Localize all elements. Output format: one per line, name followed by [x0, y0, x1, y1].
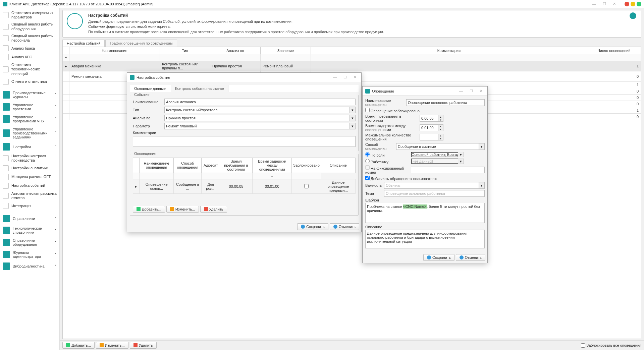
plus-icon [137, 207, 141, 211]
minimize-icon[interactable]: — [331, 74, 339, 80]
item-icon [3, 203, 9, 209]
param-combo[interactable] [164, 123, 350, 129]
tab-schedule[interactable]: График оповещения по сотрудникам [105, 40, 177, 47]
add-notif-button[interactable]: Добавить... [133, 206, 165, 213]
item-icon [3, 155, 9, 161]
chevron-down-icon[interactable]: ▾ [479, 143, 485, 150]
title-bar: Клиент АИС Диспетчер (Версия: 2.4.117.10… [0, 0, 644, 8]
worker-radio[interactable]: Работнику [365, 159, 409, 164]
x-icon [133, 343, 138, 347]
maximize-icon[interactable]: ☐ [468, 88, 475, 94]
status-dot-red [625, 2, 629, 6]
group-icon [3, 227, 10, 234]
analysis-combo[interactable] [164, 115, 350, 121]
sidebar-item[interactable]: Статистика измеряемых параметров [0, 9, 59, 21]
event-settings-dialog: Настройка события —☐✕ Основные данные Ко… [127, 72, 362, 232]
role-combo[interactable] [411, 152, 458, 157]
chevron-down-icon: ˅ [55, 105, 57, 109]
block-all-checkbox[interactable]: Заблокировать все оповещения [581, 343, 642, 348]
sidebar-item[interactable]: Настройки контроля производства [0, 153, 59, 164]
close-icon[interactable]: ✕ [352, 74, 359, 80]
sidebar-item[interactable]: Настройка событий [0, 181, 59, 190]
appeal-checkbox[interactable]: Добавлять обращение к пользователю [365, 176, 437, 181]
max-spinner[interactable]: ▴▾ [420, 134, 443, 140]
importance-combo [384, 182, 479, 189]
sidebar-item[interactable]: Интеграция [0, 201, 59, 210]
method-combo[interactable] [396, 143, 479, 150]
sidebar-item[interactable]: Анализ КПЭ [0, 53, 59, 61]
sidebar-item[interactable]: Сводный анализ работы оборудования [0, 21, 59, 32]
page-header: Настройка событий Данный раздел предназн… [62, 10, 641, 38]
edit-button[interactable]: Изменить... [96, 342, 128, 349]
maximize-icon[interactable]: ☐ [341, 74, 349, 80]
add-button[interactable]: Добавить... [62, 342, 95, 349]
save-button[interactable]: Сохранить [297, 223, 328, 230]
chevron-down-icon[interactable]: ▾ [350, 123, 356, 129]
role-radio[interactable]: По роли [365, 152, 409, 157]
duration-spinner[interactable]: ▴▾ [420, 115, 443, 122]
notifications-grid[interactable]: Наименование оповещенияСпособ оповещения… [133, 158, 356, 194]
minimize-icon[interactable]: — [590, 1, 599, 7]
sidebar-group[interactable]: Управление простоями˅ [0, 101, 59, 113]
report-icon [3, 79, 9, 85]
tab-control[interactable]: Контроль события на станке [171, 85, 228, 92]
tab-events[interactable]: Настройка событий [62, 40, 105, 47]
chevron-up-icon: ˄ [55, 144, 57, 149]
sidebar-item[interactable]: Автоматическая рассылка отчетов [0, 190, 59, 201]
sidebar-group[interactable]: Управление программами ЧПУ˅ [0, 113, 59, 125]
chevron-down-icon[interactable]: ▾ [458, 152, 464, 157]
delete-notif-button[interactable]: Удалить [200, 206, 227, 213]
sidebar-group[interactable]: Вибродиагностика˅ [0, 260, 59, 272]
chevron-down-icon: ˅ [55, 252, 57, 257]
app-icon [3, 2, 7, 6]
cancel-button[interactable]: Отменить [330, 223, 359, 230]
table-row[interactable]: ▸Оповещение основ...Сообщение в ...Для р… [133, 179, 356, 194]
cancel-button[interactable]: Отменить [456, 254, 485, 261]
chevron-down-icon[interactable]: ▾ [350, 115, 356, 121]
sidebar-group[interactable]: Справочники оборудования˅ [0, 236, 59, 248]
sidebar-group[interactable]: Журналы администратора˅ [0, 248, 59, 260]
page-title: Настройка событий [88, 13, 384, 18]
delay-spinner[interactable]: ▴▾ [420, 124, 443, 131]
tab-main-data[interactable]: Основные данные [130, 85, 170, 92]
template-editor[interactable]: Проблема на станке <CNC.Name>, более 5-т… [365, 203, 485, 223]
edit-notif-button[interactable]: Изменить... [166, 206, 199, 213]
close-icon[interactable]: ✕ [610, 1, 619, 7]
dialog-title-bar[interactable]: Оповещение —☐✕ [363, 86, 487, 96]
app-icon [365, 89, 370, 94]
sidebar-item[interactable]: Настройки аналитики [0, 164, 59, 173]
app-icon [130, 75, 135, 80]
report-icon [3, 24, 9, 30]
title-text: Клиент АИС Диспетчер (Версия: 2.4.117.10… [9, 2, 153, 6]
close-icon[interactable]: ✕ [478, 88, 485, 94]
sidebar-group[interactable]: Справочники˅ [0, 213, 59, 224]
table-row[interactable]: ▸Авария механикаКонтроль состояния/причи… [63, 61, 641, 71]
user-settings-icon[interactable] [630, 12, 636, 19]
sidebar-item[interactable]: Методика расчета OEE [0, 173, 59, 181]
report-icon [3, 45, 9, 51]
sidebar-group[interactable]: Настройки˄ [0, 141, 59, 153]
name-input[interactable] [164, 99, 356, 105]
sidebar-item[interactable]: Статистика технологических операций [0, 61, 59, 77]
blocked-checkbox[interactable]: Оповещение заблокировано [365, 108, 420, 113]
minimize-icon[interactable]: — [457, 88, 465, 94]
dialog-title-bar[interactable]: Настройка события —☐✕ [127, 73, 361, 82]
theme-input [384, 190, 485, 197]
maximize-icon[interactable]: ☐ [600, 1, 609, 7]
save-button[interactable]: Сохранить [423, 254, 454, 261]
delete-button[interactable]: Удалить [130, 342, 157, 349]
sidebar-group[interactable]: Производственные журналы˅ [0, 89, 59, 101]
comment-textarea[interactable] [133, 136, 356, 147]
type-combo[interactable] [164, 107, 350, 113]
sidebar-group[interactable]: Технологические справочники˅ [0, 224, 59, 236]
sidebar-item[interactable]: Отчеты и статистика [0, 77, 59, 86]
description-textarea[interactable]: Данное оповещение предназначено для инфо… [365, 230, 485, 248]
sidebar-group[interactable]: Управление производственными заданиями˅ [0, 125, 59, 141]
chevron-down-icon[interactable]: ▾ [350, 107, 356, 113]
bottom-toolbar: Добавить... Изменить... Удалить Заблокир… [60, 340, 644, 350]
worker-combo [411, 159, 458, 164]
sidebar-item[interactable]: Сводный анализ работы персонала [0, 33, 59, 44]
save-icon [427, 255, 431, 259]
sidebar-item[interactable]: Анализ брака [0, 44, 59, 53]
notif-name-input[interactable] [406, 99, 485, 106]
